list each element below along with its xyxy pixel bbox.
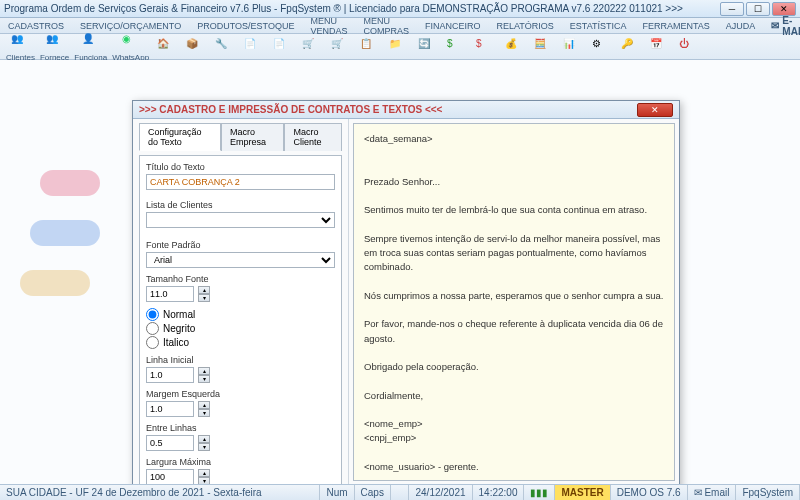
tool-15[interactable]: $ xyxy=(442,36,470,58)
tab-content: Título do Texto Lista de Clientes Fonte … xyxy=(139,155,342,500)
tab-macro-cliente[interactable]: Macro Cliente xyxy=(284,123,342,151)
margem-label: Margem Esquerda xyxy=(146,389,335,399)
tabs: Configuração do Texto Macro Empresa Macr… xyxy=(139,123,342,151)
dialog-close-button[interactable]: ✕ xyxy=(637,103,673,117)
tool-17[interactable]: 💰 xyxy=(500,36,528,58)
doc-icon: 📋 xyxy=(360,38,378,56)
spin-down[interactable]: ▾ xyxy=(198,409,210,417)
tool-14[interactable]: 🔄 xyxy=(413,36,441,58)
menu-financeiro[interactable]: FINANCEIRO xyxy=(421,20,485,32)
status-caps: Caps xyxy=(355,485,391,500)
cart-icon: 🛒 xyxy=(302,38,320,56)
tool-12[interactable]: 📋 xyxy=(355,36,383,58)
menu-relatorios[interactable]: RELATÓRIOS xyxy=(492,20,557,32)
people-icon: 👥 xyxy=(46,33,64,51)
tool-08[interactable]: 📄 xyxy=(239,36,267,58)
tool-fornece[interactable]: 👥 xyxy=(41,31,69,53)
spin-down[interactable]: ▾ xyxy=(198,294,210,302)
bg-shape xyxy=(40,170,100,196)
linha-inicial-label: Linha Inicial xyxy=(146,355,335,365)
spin-up[interactable]: ▴ xyxy=(198,435,210,443)
largura-input[interactable] xyxy=(146,469,194,485)
folder-icon: 📁 xyxy=(389,38,407,56)
tool-10[interactable]: 🛒 xyxy=(297,36,325,58)
linha-inicial-input[interactable] xyxy=(146,367,194,383)
lista-select[interactable] xyxy=(146,212,335,228)
tool-07[interactable]: 🔧 xyxy=(210,36,238,58)
fonte-select[interactable]: Arial xyxy=(146,252,335,268)
tamanho-label: Tamanho Fonte xyxy=(146,274,335,284)
status-email[interactable]: ✉ Email xyxy=(688,485,737,500)
tool-23[interactable]: ⏻ xyxy=(674,36,702,58)
key-icon: 🔑 xyxy=(621,38,639,56)
spin-down[interactable]: ▾ xyxy=(198,443,210,451)
lista-label: Lista de Clientes xyxy=(146,200,335,210)
spin-down[interactable]: ▾ xyxy=(198,375,210,383)
email-icon: ✉ xyxy=(771,20,779,31)
whatsapp-icon: ◉ xyxy=(122,33,140,51)
minimize-button[interactable]: ─ xyxy=(720,2,744,16)
workspace: >>> CADASTRO E IMPRESSÃO DE CONTRATOS E … xyxy=(0,60,800,484)
tool-09[interactable]: 📄 xyxy=(268,36,296,58)
tab-macro-empresa[interactable]: Macro Empresa xyxy=(221,123,284,151)
agenda-icon: 📅 xyxy=(650,38,668,56)
text-editor[interactable]: <data_semana> Prezado Senhor... Sentimos… xyxy=(353,123,675,481)
editor-panel: <data_semana> Prezado Senhor... Sentimos… xyxy=(349,119,679,500)
spin-up[interactable]: ▴ xyxy=(198,286,210,294)
tool-22[interactable]: 📅 xyxy=(645,36,673,58)
largura-label: Largura Máxima xyxy=(146,457,335,467)
status-brand: FpqSystem xyxy=(736,485,800,500)
dialog-title: >>> CADASTRO E IMPRESSÃO DE CONTRATOS E … xyxy=(139,104,637,115)
tool-21[interactable]: 🔑 xyxy=(616,36,644,58)
status-time: 14:22:00 xyxy=(473,485,525,500)
menu-vendas[interactable]: MENU VENDAS xyxy=(306,15,351,37)
money-red-icon: $ xyxy=(476,38,494,56)
bg-shape xyxy=(20,270,90,296)
fonte-label: Fonte Padrão xyxy=(146,240,335,250)
tab-config[interactable]: Configuração do Texto xyxy=(139,123,221,151)
tool-11[interactable]: 🛒 xyxy=(326,36,354,58)
tool-19[interactable]: 📊 xyxy=(558,36,586,58)
radio-italico[interactable]: Italico xyxy=(146,336,335,349)
gear-icon: ⚙ xyxy=(592,38,610,56)
tool-16[interactable]: $ xyxy=(471,36,499,58)
tool-20[interactable]: ⚙ xyxy=(587,36,615,58)
titulo-input[interactable] xyxy=(146,174,335,190)
spin-up[interactable]: ▴ xyxy=(198,367,210,375)
doc-icon: 📄 xyxy=(244,38,262,56)
menu-ajuda[interactable]: AJUDA xyxy=(722,20,760,32)
menu-ferramentas[interactable]: FERRAMENTAS xyxy=(638,20,713,32)
chart-icon: 📊 xyxy=(563,38,581,56)
tool-clientes[interactable]: 👥 xyxy=(6,31,34,53)
status-indicator: ▮▮▮ xyxy=(524,485,555,500)
menu-compras[interactable]: MENU COMPRAS xyxy=(359,15,413,37)
exit-icon: ⏻ xyxy=(679,38,697,56)
tool-06[interactable]: 📦 xyxy=(181,36,209,58)
tool-18[interactable]: 🧮 xyxy=(529,36,557,58)
spin-up[interactable]: ▴ xyxy=(198,401,210,409)
status-master: MASTER xyxy=(555,485,610,500)
status-num: Num xyxy=(320,485,354,500)
entre-label: Entre Linhas xyxy=(146,423,335,433)
menu-email[interactable]: ✉E-MAIL xyxy=(767,14,800,38)
statusbar: SUA CIDADE - UF 24 de Dezembro de 2021 -… xyxy=(0,484,800,500)
wrench-icon: 🔧 xyxy=(215,38,233,56)
doc-icon: 📄 xyxy=(273,38,291,56)
tool-13[interactable]: 📁 xyxy=(384,36,412,58)
menu-estatistica[interactable]: ESTATÍSTICA xyxy=(566,20,631,32)
margem-input[interactable] xyxy=(146,401,194,417)
cart-icon: 🛒 xyxy=(331,38,349,56)
menu-produtos[interactable]: PRODUTOS/ESTOQUE xyxy=(193,20,298,32)
radio-normal[interactable]: Normal xyxy=(146,308,335,321)
radio-negrito[interactable]: Negrito xyxy=(146,322,335,335)
tool-funciona[interactable]: 👤 xyxy=(77,31,105,53)
entre-input[interactable] xyxy=(146,435,194,451)
tool-whatsapp[interactable]: ◉ xyxy=(117,31,145,53)
spin-up[interactable]: ▴ xyxy=(198,469,210,477)
menu-servico[interactable]: SERVIÇO/ORÇAMENTO xyxy=(76,20,185,32)
menu-cadastros[interactable]: CADASTROS xyxy=(4,20,68,32)
tool-05[interactable]: 🏠 xyxy=(152,36,180,58)
dialog-cadastro-textos: >>> CADASTRO E IMPRESSÃO DE CONTRATOS E … xyxy=(132,100,680,500)
tamanho-input[interactable] xyxy=(146,286,194,302)
money-icon: 💰 xyxy=(505,38,523,56)
